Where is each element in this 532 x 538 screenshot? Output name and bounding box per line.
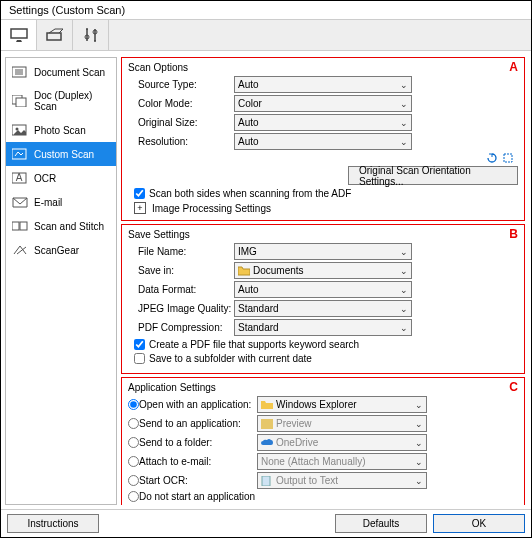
tab-scan-from-computer[interactable] — [1, 20, 37, 50]
application-settings-title: Application Settings — [128, 382, 518, 393]
chevron-down-icon: ⌄ — [400, 247, 408, 257]
onedrive-icon — [261, 438, 273, 448]
sidebar-item-scangear[interactable]: ScanGear — [6, 238, 116, 262]
scan-both-sides-label: Scan both sides when scanning from the A… — [149, 188, 351, 199]
chevron-down-icon: ⌄ — [400, 80, 408, 90]
send-to-app-select[interactable]: Preview⌄ — [257, 415, 427, 432]
pdf-compression-select[interactable]: Standard⌄ — [234, 319, 412, 336]
send-to-app-label: Send to an application: — [139, 418, 257, 429]
ok-button[interactable]: OK — [433, 514, 525, 533]
resolution-select[interactable]: Auto⌄ — [234, 133, 412, 150]
sidebar-item-custom-scan[interactable]: Custom Scan — [6, 142, 116, 166]
annotation-letter-c: C — [509, 380, 518, 394]
custom-scan-icon — [12, 148, 28, 160]
attach-email-select[interactable]: None (Attach Manually)⌄ — [257, 453, 427, 470]
window-title: Settings (Custom Scan) — [1, 1, 531, 20]
source-type-label: Source Type: — [128, 79, 234, 90]
annotation-letter-a: A — [509, 60, 518, 74]
chevron-down-icon: ⌄ — [415, 457, 423, 467]
orientation-settings-button[interactable]: Original Scan Orientation Settings... — [348, 166, 518, 185]
chevron-down-icon: ⌄ — [415, 400, 423, 410]
color-mode-label: Color Mode: — [128, 98, 234, 109]
sidebar-item-email[interactable]: E-mail — [6, 190, 116, 214]
create-pdf-keyword-checkbox[interactable] — [134, 339, 145, 350]
do-not-start-radio[interactable] — [128, 491, 139, 502]
save-in-select[interactable]: Documents⌄ — [234, 262, 412, 279]
attach-email-label: Attach to e-mail: — [139, 456, 257, 467]
svg-rect-12 — [12, 149, 26, 159]
expand-image-processing[interactable]: + — [134, 202, 146, 214]
monitor-icon — [9, 27, 29, 43]
stitch-icon — [12, 220, 28, 232]
tab-scan-from-panel[interactable] — [37, 20, 73, 50]
svg-rect-0 — [11, 29, 27, 38]
save-subfolder-checkbox[interactable] — [134, 353, 145, 364]
start-ocr-radio[interactable] — [128, 475, 139, 486]
data-format-select[interactable]: Auto⌄ — [234, 281, 412, 298]
chevron-down-icon: ⌄ — [400, 304, 408, 314]
chevron-down-icon: ⌄ — [400, 266, 408, 276]
jpeg-quality-select[interactable]: Standard⌄ — [234, 300, 412, 317]
sidebar: Document Scan Doc (Duplex) Scan Photo Sc… — [5, 57, 117, 505]
chevron-down-icon: ⌄ — [400, 118, 408, 128]
open-with-radio[interactable] — [128, 399, 139, 410]
sidebar-item-document-scan[interactable]: Document Scan — [6, 60, 116, 84]
resolution-label: Resolution: — [128, 136, 234, 147]
svg-rect-16 — [20, 222, 27, 230]
sidebar-item-label: Document Scan — [34, 67, 105, 78]
sidebar-item-photo-scan[interactable]: Photo Scan — [6, 118, 116, 142]
chevron-down-icon: ⌄ — [415, 438, 423, 448]
crop-icon[interactable] — [502, 152, 516, 164]
create-pdf-keyword-label: Create a PDF file that supports keyword … — [149, 339, 359, 350]
save-settings-title: Save Settings — [128, 229, 518, 240]
svg-rect-18 — [261, 419, 273, 429]
tools-icon — [81, 27, 101, 43]
open-with-select[interactable]: Windows Explorer⌄ — [257, 396, 427, 413]
svg-rect-9 — [16, 98, 26, 107]
scan-options-title: Scan Options — [128, 62, 518, 73]
do-not-start-label: Do not start an application — [139, 491, 255, 502]
preview-icon — [261, 419, 273, 429]
pdf-compression-label: PDF Compression: — [128, 322, 234, 333]
svg-rect-17 — [504, 154, 512, 162]
defaults-button[interactable]: Defaults — [335, 514, 427, 533]
file-name-label: File Name: — [128, 246, 234, 257]
sidebar-item-label: OCR — [34, 173, 56, 184]
main-panel: A Scan Options Source Type: Auto⌄ Color … — [121, 57, 527, 505]
send-to-folder-select[interactable]: OneDrive⌄ — [257, 434, 427, 451]
sidebar-item-doc-duplex[interactable]: Doc (Duplex) Scan — [6, 84, 116, 118]
sidebar-item-scan-stitch[interactable]: Scan and Stitch — [6, 214, 116, 238]
folder-icon — [238, 266, 250, 276]
rotate-left-icon[interactable] — [484, 152, 498, 164]
send-to-app-radio[interactable] — [128, 418, 139, 429]
chevron-down-icon: ⌄ — [415, 419, 423, 429]
start-ocr-select[interactable]: Output to Text⌄ — [257, 472, 427, 489]
original-size-label: Original Size: — [128, 117, 234, 128]
image-processing-label: Image Processing Settings — [152, 203, 271, 214]
attach-email-radio[interactable] — [128, 456, 139, 467]
duplex-scan-icon — [12, 95, 28, 107]
tab-general-settings[interactable] — [73, 20, 109, 50]
svg-rect-19 — [262, 476, 270, 486]
chevron-down-icon: ⌄ — [400, 99, 408, 109]
svg-rect-15 — [12, 222, 19, 230]
chevron-down-icon: ⌄ — [400, 285, 408, 295]
instructions-button[interactable]: Instructions — [7, 514, 99, 533]
jpeg-quality-label: JPEG Image Quality: — [128, 303, 234, 314]
send-to-folder-label: Send to a folder: — [139, 437, 257, 448]
scanner-icon — [45, 27, 65, 43]
scangear-icon — [12, 244, 28, 256]
file-name-input[interactable]: IMG⌄ — [234, 243, 412, 260]
chevron-down-icon: ⌄ — [400, 137, 408, 147]
annotation-letter-b: B — [509, 227, 518, 241]
sidebar-item-ocr[interactable]: A OCR — [6, 166, 116, 190]
scan-both-sides-checkbox[interactable] — [134, 188, 145, 199]
color-mode-select[interactable]: Color⌄ — [234, 95, 412, 112]
application-settings-group: C Application Settings Open with an appl… — [121, 377, 525, 505]
original-size-select[interactable]: Auto⌄ — [234, 114, 412, 131]
chevron-down-icon: ⌄ — [415, 476, 423, 486]
chevron-down-icon: ⌄ — [400, 323, 408, 333]
source-type-select[interactable]: Auto⌄ — [234, 76, 412, 93]
send-to-folder-radio[interactable] — [128, 437, 139, 448]
svg-text:A: A — [16, 172, 23, 183]
